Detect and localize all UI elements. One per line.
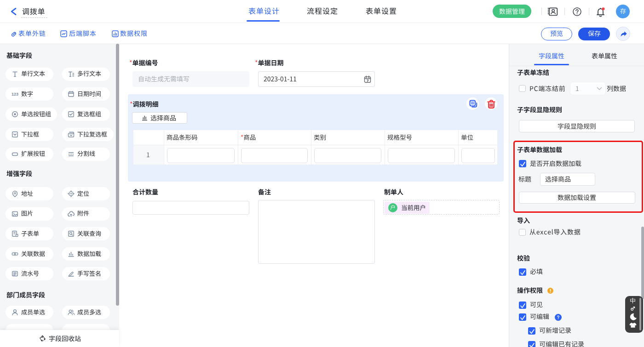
- svg-text:123: 123: [11, 92, 18, 97]
